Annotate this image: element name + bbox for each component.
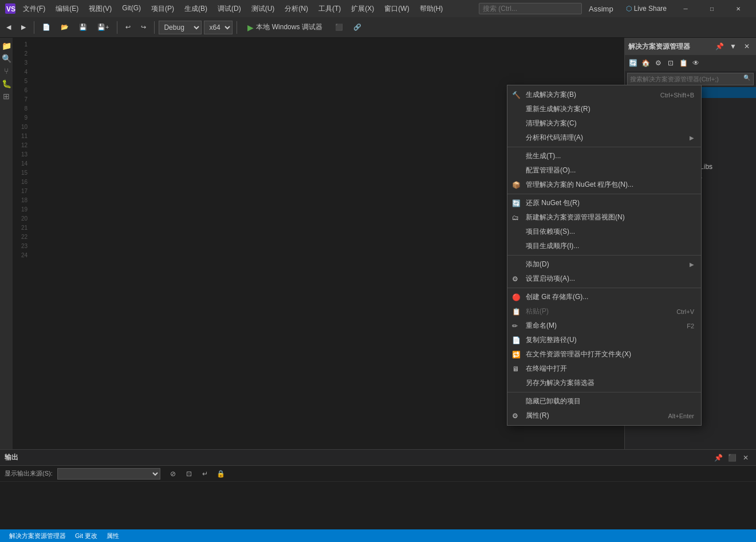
menu-item-文件(F)[interactable]: 文件(F) bbox=[18, 2, 50, 16]
ctx-label-18: 在终端中打开 bbox=[526, 364, 567, 374]
activity-extensions[interactable]: ⊞ bbox=[1, 91, 12, 102]
status-properties[interactable]: 属性 bbox=[102, 529, 124, 542]
home-button[interactable]: 🏠 bbox=[640, 57, 651, 69]
platform-select[interactable]: x64 x86 bbox=[204, 21, 233, 34]
ctx-item-20[interactable]: 隐藏已卸载的项目 bbox=[507, 394, 701, 409]
menu-item-窗口(W)[interactable]: 窗口(W) bbox=[380, 2, 414, 16]
activity-debug[interactable]: 🐛 bbox=[1, 78, 12, 89]
menu-item-帮助(H)[interactable]: 帮助(H) bbox=[415, 2, 448, 16]
close-button[interactable]: ✕ bbox=[725, 0, 751, 17]
ctx-item-3[interactable]: 分析和代码清理(A)▶ bbox=[507, 131, 701, 145]
window-controls: ⬡ Live Share ─ □ ✕ bbox=[620, 0, 751, 17]
ctx-label-1: 重新生成解决方案(R) bbox=[526, 104, 590, 114]
play-icon: ▶ bbox=[247, 23, 254, 32]
ctx-label-14: 粘贴(P) bbox=[526, 307, 549, 316]
line-number-24: 24 bbox=[13, 251, 27, 260]
new-file-button[interactable]: 📄 bbox=[38, 20, 54, 35]
ctx-label-8: 新建解决方案资源管理器视图(N) bbox=[526, 213, 625, 222]
title-search-input[interactable] bbox=[479, 3, 582, 14]
context-menu: 🔨生成解决方案(B)Ctrl+Shift+B重新生成解决方案(R)清理解决方案(… bbox=[507, 85, 702, 426]
forward-button[interactable]: ▶ bbox=[17, 20, 30, 35]
ctx-item-21[interactable]: ⚙属性(R)Alt+Enter bbox=[507, 409, 701, 423]
line-number-21: 21 bbox=[13, 223, 27, 233]
ctx-item-16[interactable]: 📄复制完整路径(U) bbox=[507, 333, 701, 347]
output-pin-button[interactable]: 📌 bbox=[712, 452, 724, 464]
menu-item-调试(D)[interactable]: 调试(D) bbox=[213, 2, 246, 16]
properties-button[interactable]: 📋 bbox=[678, 57, 689, 69]
menu-item-生成(B)[interactable]: 生成(B) bbox=[180, 2, 212, 16]
menu-item-工具(T)[interactable]: 工具(T) bbox=[314, 2, 345, 16]
output-wrap-button[interactable]: ↵ bbox=[199, 468, 211, 480]
ctx-item-1[interactable]: 重新生成解决方案(R) bbox=[507, 102, 701, 116]
title-app-name: Assimp bbox=[584, 5, 618, 13]
attach-button[interactable]: 🔗 bbox=[349, 20, 365, 35]
menu-item-分析(N)[interactable]: 分析(N) bbox=[280, 2, 313, 16]
sync-button[interactable]: 🔄 bbox=[627, 57, 639, 69]
live-share-label: Live Share bbox=[634, 5, 667, 13]
ctx-item-15[interactable]: ✏重命名(M)F2 bbox=[507, 319, 701, 333]
menu-item-视图(V)[interactable]: 视图(V) bbox=[84, 2, 116, 16]
menu-item-编辑(E)[interactable]: 编辑(E) bbox=[51, 2, 83, 16]
ctx-item-12[interactable]: ⚙设置启动项(A)... bbox=[507, 272, 701, 286]
ctx-item-5[interactable]: 配置管理器(O)... bbox=[507, 163, 701, 178]
ctx-label-19: 另存为解决方案筛选器 bbox=[526, 378, 594, 388]
ctx-item-19[interactable]: 另存为解决方案筛选器 bbox=[507, 376, 701, 390]
ctx-item-2[interactable]: 清理解决方案(C) bbox=[507, 116, 701, 131]
run-button[interactable]: ▶ 本地 Windows 调试器 bbox=[241, 20, 328, 34]
ctx-item-13[interactable]: 🔴创建 Git 存储库(G)... bbox=[507, 290, 701, 304]
restore-button[interactable]: □ bbox=[699, 0, 725, 17]
panel-options-button[interactable]: ▼ bbox=[727, 41, 739, 52]
output-clear-button[interactable]: ⊘ bbox=[167, 468, 179, 480]
menu-item-项目(P)[interactable]: 项目(P) bbox=[147, 2, 179, 16]
output-panel: 输出 📌 ⬛ ✕ 显示输出来源(S): ⊘ ⊡ ↵ 🔒 bbox=[0, 449, 756, 529]
menu-item-Git(G)[interactable]: Git(G) bbox=[117, 2, 145, 16]
output-filter-button[interactable]: ⊡ bbox=[183, 468, 195, 480]
ctx-item-4[interactable]: 批生成(T)... bbox=[507, 149, 701, 163]
output-lock-button[interactable]: 🔒 bbox=[215, 468, 227, 480]
menu-item-测试(U)[interactable]: 测试(U) bbox=[247, 2, 279, 16]
line-number-12: 12 bbox=[13, 141, 27, 150]
activity-search[interactable]: 🔍 bbox=[1, 53, 12, 64]
solution-search-input[interactable] bbox=[627, 73, 754, 85]
ctx-item-6[interactable]: 📦管理解决方案的 NuGet 程序包(N)... bbox=[507, 178, 701, 192]
ctx-item-17[interactable]: 🔁在文件资源管理器中打开文件夹(X) bbox=[507, 347, 701, 362]
ctx-item-18[interactable]: 🖥在终端中打开 bbox=[507, 362, 701, 376]
ctx-item-10[interactable]: 项目生成顺序(I)... bbox=[507, 239, 701, 253]
ctx-item-8[interactable]: 🗂新建解决方案资源管理器视图(N) bbox=[507, 210, 701, 225]
output-source-select[interactable] bbox=[57, 468, 160, 480]
ctx-icon-15: ✏ bbox=[512, 322, 518, 330]
ctx-label-9: 项目依赖项(S)... bbox=[526, 227, 575, 237]
filter-button[interactable]: ⊡ bbox=[665, 57, 676, 69]
redo-button[interactable]: ↪ bbox=[137, 20, 150, 35]
activity-git[interactable]: ⑂ bbox=[1, 65, 12, 77]
back-button[interactable]: ◀ bbox=[2, 20, 15, 35]
line-number-18: 18 bbox=[13, 196, 27, 205]
ctx-item-11[interactable]: 添加(D)▶ bbox=[507, 257, 701, 272]
build-config-select[interactable]: Debug Release bbox=[159, 21, 202, 34]
minimize-button[interactable]: ─ bbox=[672, 0, 699, 17]
separator-4 bbox=[237, 21, 237, 34]
save-all-button[interactable]: 💾+ bbox=[93, 20, 113, 35]
ctx-label-5: 配置管理器(O)... bbox=[526, 166, 576, 175]
ctx-item-0[interactable]: 🔨生成解决方案(B)Ctrl+Shift+B bbox=[507, 88, 701, 102]
output-maximize-button[interactable]: ⬛ bbox=[726, 452, 738, 464]
save-button[interactable]: 💾 bbox=[75, 20, 91, 35]
settings-icon[interactable]: ⚙ bbox=[652, 57, 664, 69]
undo-button[interactable]: ↩ bbox=[121, 20, 135, 35]
status-git-changes[interactable]: Git 更改 bbox=[70, 529, 102, 542]
ctx-label-13: 创建 Git 存储库(G)... bbox=[526, 292, 588, 302]
stop-button[interactable]: ⬛ bbox=[331, 20, 347, 35]
menu-item-扩展(X)[interactable]: 扩展(X) bbox=[346, 2, 379, 16]
live-share-button[interactable]: ⬡ Live Share bbox=[620, 0, 672, 17]
activity-explorer[interactable]: 📁 bbox=[1, 40, 12, 52]
ctx-item-9[interactable]: 项目依赖项(S)... bbox=[507, 225, 701, 239]
open-button[interactable]: 📂 bbox=[57, 20, 73, 35]
pin-button[interactable]: 📌 bbox=[714, 41, 725, 52]
ctx-item-7[interactable]: 🔄还原 NuGet 包(R) bbox=[507, 196, 701, 210]
line-number-15: 15 bbox=[13, 168, 27, 178]
preview-button[interactable]: 👁 bbox=[690, 57, 702, 69]
output-close-button[interactable]: ✕ bbox=[740, 452, 751, 464]
panel-close-button[interactable]: ✕ bbox=[741, 41, 753, 52]
separator-2 bbox=[117, 21, 117, 34]
status-solution-explorer[interactable]: 解决方案资源管理器 bbox=[5, 529, 70, 542]
